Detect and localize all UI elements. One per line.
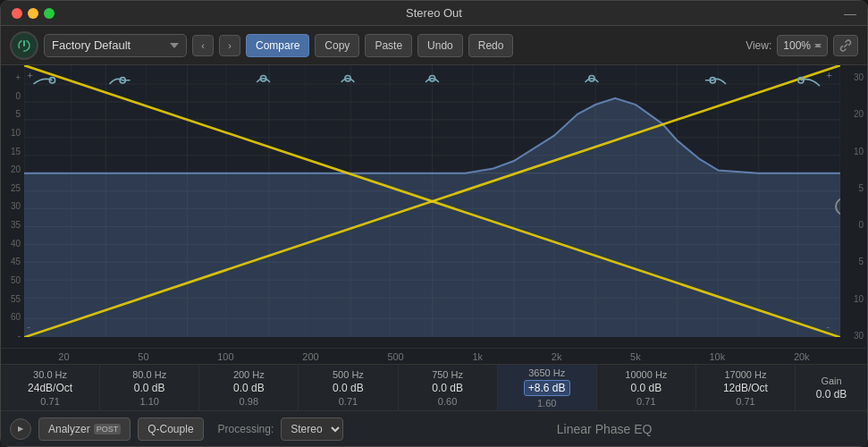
band3-q: 0.98	[240, 396, 258, 407]
band6-gain: +8.6 dB	[524, 380, 570, 396]
band7-gain: 0.0 dB	[630, 382, 662, 394]
link-button[interactable]	[833, 35, 858, 56]
band-param-1[interactable]: 30.0 Hz 24dB/Oct 0.71	[1, 365, 100, 410]
top-toolbar: Factory Default ‹ › Compare Copy Paste U…	[1, 26, 867, 65]
band1-freq: 30.0 Hz	[33, 369, 67, 380]
view-percent-control[interactable]: 100%	[777, 35, 828, 56]
view-percent-value: 100%	[783, 39, 811, 52]
eq-plot[interactable]: + - + -	[24, 65, 840, 348]
freq-label-5k: 5k	[630, 351, 641, 362]
analyzer-button[interactable]: Analyzer POST	[38, 417, 131, 441]
gain-labels-left: + 0 5 10 15 20 25 30 35 40 45 50 55 60 -	[1, 65, 24, 348]
band5-q: 0.60	[438, 396, 457, 407]
band-param-4[interactable]: 500 Hz 0.0 dB 0.71	[299, 365, 398, 410]
freq-label-200: 200	[302, 351, 318, 362]
analyzer-label: Analyzer	[48, 423, 90, 435]
band4-q: 0.71	[339, 396, 358, 407]
freq-label-20: 20	[58, 351, 69, 362]
main-window: Stereo Out — Factory Default ‹ › Compare…	[0, 0, 868, 447]
band8-q: 0.71	[736, 396, 754, 407]
band6-freq: 3650 Hz	[528, 367, 565, 378]
title-bar-right: —	[844, 5, 856, 21]
gain-param-label: Gain	[821, 375, 841, 386]
play-button[interactable]: ▶	[10, 418, 31, 440]
band-param-8[interactable]: 17000 Hz 12dB/Oct 0.71	[696, 365, 796, 410]
band-param-5[interactable]: 750 Hz 0.0 dB 0.60	[399, 365, 498, 410]
power-button[interactable]	[10, 31, 38, 60]
freq-label-500: 500	[387, 351, 403, 362]
band-param-3[interactable]: 200 Hz 0.0 dB 0.98	[199, 365, 299, 410]
q-couple-button[interactable]: Q-Couple	[138, 417, 203, 441]
band2-gain: 0.0 dB	[134, 382, 165, 394]
band7-freq: 10000 Hz	[625, 369, 667, 380]
eq-container: + 0 5 10 15 20 25 30 35 40 45 50 55 60 -	[1, 65, 867, 410]
svg-text:+: +	[27, 70, 33, 80]
window-title: Stereo Out	[406, 6, 462, 20]
q-couple-label: Q-Couple	[147, 423, 193, 435]
view-label: View:	[746, 39, 771, 52]
post-badge: POST	[94, 424, 122, 434]
compare-button[interactable]: Compare	[246, 34, 309, 57]
window-controls	[12, 8, 55, 19]
gain-labels-right: 30 20 10 5 0 5 10 30	[840, 65, 867, 348]
redo-button[interactable]: Redo	[468, 34, 514, 57]
band4-gain: 0.0 dB	[333, 382, 364, 394]
close-button[interactable]	[12, 8, 22, 19]
band-param-2[interactable]: 80.0 Hz 0.0 dB 1.10	[100, 365, 199, 410]
band2-q: 1.10	[139, 396, 158, 407]
nav-back-button[interactable]: ‹	[192, 35, 214, 56]
frequency-labels: 20 50 100 200 500 1k 2k 5k 10k 20k	[1, 348, 867, 364]
gain-param-value: 0.0 dB	[816, 388, 847, 401]
maximize-button[interactable]	[44, 8, 55, 19]
freq-label-100: 100	[217, 351, 233, 362]
plugin-title: Linear Phase EQ	[557, 422, 653, 436]
nav-forward-button[interactable]: ›	[219, 35, 240, 56]
band3-gain: 0.0 dB	[233, 382, 265, 394]
band4-freq: 500 Hz	[333, 369, 364, 380]
svg-text:-: -	[826, 321, 830, 332]
band5-gain: 0.0 dB	[432, 382, 463, 394]
band8-freq: 17000 Hz	[724, 369, 766, 380]
processing-label: Processing:	[218, 423, 274, 435]
band7-q: 0.71	[636, 396, 655, 407]
minimize-button[interactable]	[28, 8, 38, 19]
preset-label: Factory Default	[52, 38, 164, 52]
copy-button[interactable]: Copy	[315, 34, 359, 57]
band8-gain: 12dB/Oct	[723, 382, 768, 394]
gain-param: Gain 0.0 dB	[796, 365, 867, 410]
freq-label-20k: 20k	[794, 351, 810, 362]
freq-label-1k: 1k	[472, 351, 483, 362]
freq-label-50: 50	[138, 351, 148, 362]
paste-button[interactable]: Paste	[365, 34, 412, 57]
freq-label-10k: 10k	[709, 351, 725, 362]
band6-q: 1.60	[537, 398, 556, 409]
undo-button[interactable]: Undo	[417, 34, 463, 57]
svg-text:+: +	[826, 70, 832, 80]
band3-freq: 200 Hz	[233, 369, 265, 380]
band1-q: 0.71	[40, 396, 59, 407]
band5-freq: 750 Hz	[432, 369, 463, 380]
bottom-toolbar: ▶ Analyzer POST Q-Couple Processing: Ste…	[1, 410, 867, 446]
band-params: 30.0 Hz 24dB/Oct 0.71 80.0 Hz 0.0 dB 1.1…	[1, 364, 867, 410]
band-param-6[interactable]: 3650 Hz +8.6 dB 1.60	[498, 365, 597, 410]
band2-freq: 80.0 Hz	[132, 369, 166, 380]
processing-select[interactable]: Stereo Left Right Mid Side	[281, 417, 343, 441]
svg-text:-: -	[27, 321, 30, 332]
preset-dropdown[interactable]: Factory Default	[44, 34, 187, 57]
band1-gain: 24dB/Oct	[28, 382, 72, 394]
minimize-icon[interactable]: —	[844, 6, 856, 21]
band-param-7[interactable]: 10000 Hz 0.0 dB 0.71	[597, 365, 696, 410]
eq-graph-area: + 0 5 10 15 20 25 30 35 40 45 50 55 60 -	[1, 65, 867, 348]
eq-grid-svg: + - + -	[24, 65, 840, 337]
freq-label-2k: 2k	[552, 351, 562, 362]
title-bar: Stereo Out —	[1, 1, 867, 26]
